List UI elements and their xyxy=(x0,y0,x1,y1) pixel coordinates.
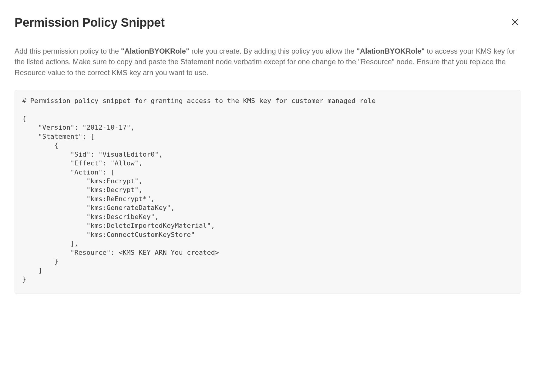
role-name-2: "AlationBYOKRole" xyxy=(356,47,425,55)
close-button[interactable] xyxy=(510,17,520,28)
desc-part2: role you create. By adding this policy y… xyxy=(189,47,356,55)
role-name-1: "AlationBYOKRole" xyxy=(121,47,189,55)
policy-code-block[interactable]: # Permission policy snippet for granting… xyxy=(15,90,520,294)
dialog-header: Permission Policy Snippet xyxy=(15,16,520,29)
dialog-title: Permission Policy Snippet xyxy=(15,16,165,29)
close-icon xyxy=(511,18,519,27)
dialog-description: Add this permission policy to the "Alati… xyxy=(15,46,520,78)
permission-policy-dialog: Permission Policy Snippet Add this permi… xyxy=(0,0,535,392)
desc-part1: Add this permission policy to the xyxy=(15,47,121,55)
